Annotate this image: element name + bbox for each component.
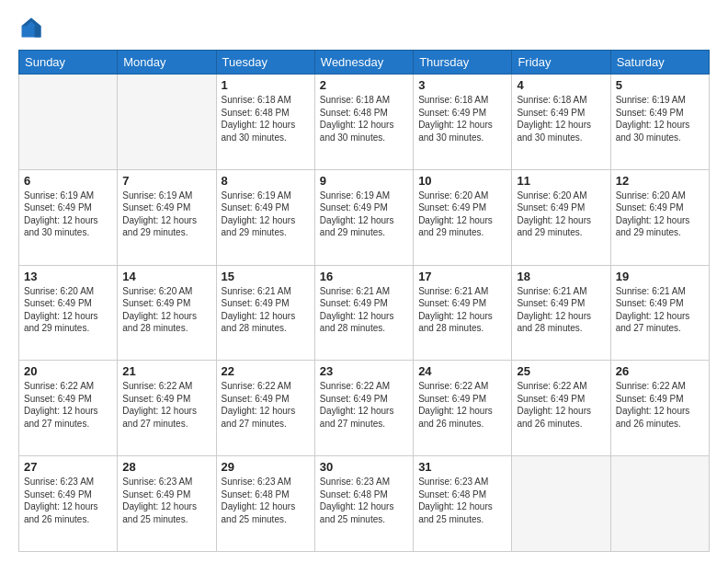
day-number: 10 <box>418 174 506 188</box>
day-number: 31 <box>418 460 506 474</box>
day-info: Sunrise: 6:22 AM Sunset: 6:49 PM Dayligh… <box>24 380 112 430</box>
page: SundayMondayTuesdayWednesdayThursdayFrid… <box>0 0 728 563</box>
calendar-cell: 30Sunrise: 6:23 AM Sunset: 6:48 PM Dayli… <box>314 456 413 552</box>
calendar-week-3: 13Sunrise: 6:20 AM Sunset: 6:49 PM Dayli… <box>19 265 710 361</box>
day-number: 29 <box>222 460 310 474</box>
calendar-cell: 19Sunrise: 6:21 AM Sunset: 6:49 PM Dayli… <box>610 265 709 361</box>
day-number: 5 <box>616 78 704 92</box>
day-number: 2 <box>320 78 408 92</box>
day-number: 24 <box>418 364 506 378</box>
calendar-week-2: 6Sunrise: 6:19 AM Sunset: 6:49 PM Daylig… <box>19 169 710 265</box>
day-number: 25 <box>517 364 605 378</box>
day-info: Sunrise: 6:19 AM Sunset: 6:49 PM Dayligh… <box>122 190 210 239</box>
day-info: Sunrise: 6:19 AM Sunset: 6:49 PM Dayligh… <box>616 94 704 144</box>
day-info: Sunrise: 6:19 AM Sunset: 6:49 PM Dayligh… <box>320 190 408 239</box>
logo-icon <box>18 15 44 40</box>
day-info: Sunrise: 6:23 AM Sunset: 6:48 PM Dayligh… <box>320 476 408 525</box>
calendar-header-friday: Friday <box>512 51 610 75</box>
calendar-cell: 29Sunrise: 6:23 AM Sunset: 6:48 PM Dayli… <box>216 456 314 552</box>
day-number: 13 <box>24 270 112 283</box>
day-info: Sunrise: 6:18 AM Sunset: 6:48 PM Dayligh… <box>320 94 408 144</box>
calendar-cell: 22Sunrise: 6:22 AM Sunset: 6:49 PM Dayli… <box>216 361 314 456</box>
calendar-cell: 5Sunrise: 6:19 AM Sunset: 6:49 PM Daylig… <box>610 75 709 170</box>
day-number: 15 <box>222 270 310 283</box>
day-number: 6 <box>24 174 112 188</box>
day-info: Sunrise: 6:23 AM Sunset: 6:49 PM Dayligh… <box>24 476 112 525</box>
day-number: 14 <box>122 270 210 283</box>
calendar-header-sunday: Sunday <box>19 51 118 75</box>
day-number: 17 <box>418 270 506 283</box>
day-info: Sunrise: 6:19 AM Sunset: 6:49 PM Dayligh… <box>24 190 112 239</box>
day-number: 28 <box>122 460 210 474</box>
calendar-cell: 24Sunrise: 6:22 AM Sunset: 6:49 PM Dayli… <box>414 361 512 456</box>
calendar-cell: 18Sunrise: 6:21 AM Sunset: 6:49 PM Dayli… <box>512 265 610 361</box>
day-info: Sunrise: 6:21 AM Sunset: 6:49 PM Dayligh… <box>320 285 408 335</box>
calendar-week-5: 27Sunrise: 6:23 AM Sunset: 6:49 PM Dayli… <box>19 456 710 552</box>
day-number: 18 <box>517 270 605 283</box>
day-number: 11 <box>517 174 605 188</box>
calendar-header-tuesday: Tuesday <box>216 51 314 75</box>
day-info: Sunrise: 6:22 AM Sunset: 6:49 PM Dayligh… <box>517 380 605 430</box>
calendar-cell: 23Sunrise: 6:22 AM Sunset: 6:49 PM Dayli… <box>314 361 413 456</box>
calendar-cell: 25Sunrise: 6:22 AM Sunset: 6:49 PM Dayli… <box>512 361 610 456</box>
calendar-header-thursday: Thursday <box>414 51 512 75</box>
calendar-cell: 8Sunrise: 6:19 AM Sunset: 6:49 PM Daylig… <box>216 169 314 265</box>
day-number: 12 <box>616 174 704 188</box>
day-info: Sunrise: 6:22 AM Sunset: 6:49 PM Dayligh… <box>320 380 408 430</box>
day-number: 20 <box>24 364 112 378</box>
day-info: Sunrise: 6:22 AM Sunset: 6:49 PM Dayligh… <box>222 380 310 430</box>
day-info: Sunrise: 6:19 AM Sunset: 6:49 PM Dayligh… <box>222 190 310 239</box>
day-info: Sunrise: 6:20 AM Sunset: 6:49 PM Dayligh… <box>616 190 704 239</box>
day-info: Sunrise: 6:22 AM Sunset: 6:49 PM Dayligh… <box>418 380 506 430</box>
calendar-cell: 9Sunrise: 6:19 AM Sunset: 6:49 PM Daylig… <box>314 169 413 265</box>
calendar-header-monday: Monday <box>118 51 216 75</box>
calendar-header-saturday: Saturday <box>610 51 709 75</box>
day-info: Sunrise: 6:22 AM Sunset: 6:49 PM Dayligh… <box>616 380 704 430</box>
calendar-cell: 7Sunrise: 6:19 AM Sunset: 6:49 PM Daylig… <box>118 169 216 265</box>
day-number: 9 <box>320 174 408 188</box>
calendar-cell: 21Sunrise: 6:22 AM Sunset: 6:49 PM Dayli… <box>118 361 216 456</box>
day-info: Sunrise: 6:21 AM Sunset: 6:49 PM Dayligh… <box>616 285 704 335</box>
header <box>18 15 710 40</box>
day-info: Sunrise: 6:20 AM Sunset: 6:49 PM Dayligh… <box>517 190 605 239</box>
svg-marker-2 <box>35 26 41 37</box>
calendar-cell: 17Sunrise: 6:21 AM Sunset: 6:49 PM Dayli… <box>414 265 512 361</box>
logo <box>18 15 48 40</box>
day-number: 3 <box>418 78 506 92</box>
day-number: 30 <box>320 460 408 474</box>
calendar-cell: 13Sunrise: 6:20 AM Sunset: 6:49 PM Dayli… <box>19 265 118 361</box>
day-number: 22 <box>222 364 310 378</box>
day-info: Sunrise: 6:21 AM Sunset: 6:49 PM Dayligh… <box>517 285 605 335</box>
calendar-cell: 26Sunrise: 6:22 AM Sunset: 6:49 PM Dayli… <box>610 361 709 456</box>
day-info: Sunrise: 6:23 AM Sunset: 6:48 PM Dayligh… <box>418 476 506 525</box>
calendar-cell: 11Sunrise: 6:20 AM Sunset: 6:49 PM Dayli… <box>512 169 610 265</box>
day-info: Sunrise: 6:20 AM Sunset: 6:49 PM Dayligh… <box>24 285 112 335</box>
calendar-cell: 20Sunrise: 6:22 AM Sunset: 6:49 PM Dayli… <box>19 361 118 456</box>
calendar-week-4: 20Sunrise: 6:22 AM Sunset: 6:49 PM Dayli… <box>19 361 710 456</box>
calendar-header-row: SundayMondayTuesdayWednesdayThursdayFrid… <box>19 51 710 75</box>
day-info: Sunrise: 6:18 AM Sunset: 6:49 PM Dayligh… <box>517 94 605 144</box>
day-info: Sunrise: 6:23 AM Sunset: 6:49 PM Dayligh… <box>122 476 210 525</box>
calendar-cell: 15Sunrise: 6:21 AM Sunset: 6:49 PM Dayli… <box>216 265 314 361</box>
calendar-cell <box>118 75 216 170</box>
calendar-cell <box>512 456 610 552</box>
calendar-cell: 6Sunrise: 6:19 AM Sunset: 6:49 PM Daylig… <box>19 169 118 265</box>
calendar-cell: 10Sunrise: 6:20 AM Sunset: 6:49 PM Dayli… <box>414 169 512 265</box>
calendar-cell: 2Sunrise: 6:18 AM Sunset: 6:48 PM Daylig… <box>314 75 413 170</box>
calendar-cell: 16Sunrise: 6:21 AM Sunset: 6:49 PM Dayli… <box>314 265 413 361</box>
day-number: 1 <box>222 78 310 92</box>
day-number: 23 <box>320 364 408 378</box>
calendar-cell: 28Sunrise: 6:23 AM Sunset: 6:49 PM Dayli… <box>118 456 216 552</box>
day-info: Sunrise: 6:21 AM Sunset: 6:49 PM Dayligh… <box>222 285 310 335</box>
calendar-cell: 31Sunrise: 6:23 AM Sunset: 6:48 PM Dayli… <box>414 456 512 552</box>
day-info: Sunrise: 6:20 AM Sunset: 6:49 PM Dayligh… <box>418 190 506 239</box>
day-number: 26 <box>616 364 704 378</box>
calendar-cell: 14Sunrise: 6:20 AM Sunset: 6:49 PM Dayli… <box>118 265 216 361</box>
day-info: Sunrise: 6:22 AM Sunset: 6:49 PM Dayligh… <box>122 380 210 430</box>
calendar-cell <box>19 75 118 170</box>
calendar-cell: 1Sunrise: 6:18 AM Sunset: 6:48 PM Daylig… <box>216 75 314 170</box>
calendar-cell: 3Sunrise: 6:18 AM Sunset: 6:49 PM Daylig… <box>414 75 512 170</box>
day-info: Sunrise: 6:18 AM Sunset: 6:48 PM Dayligh… <box>222 94 310 144</box>
calendar-cell: 27Sunrise: 6:23 AM Sunset: 6:49 PM Dayli… <box>19 456 118 552</box>
day-number: 4 <box>517 78 605 92</box>
